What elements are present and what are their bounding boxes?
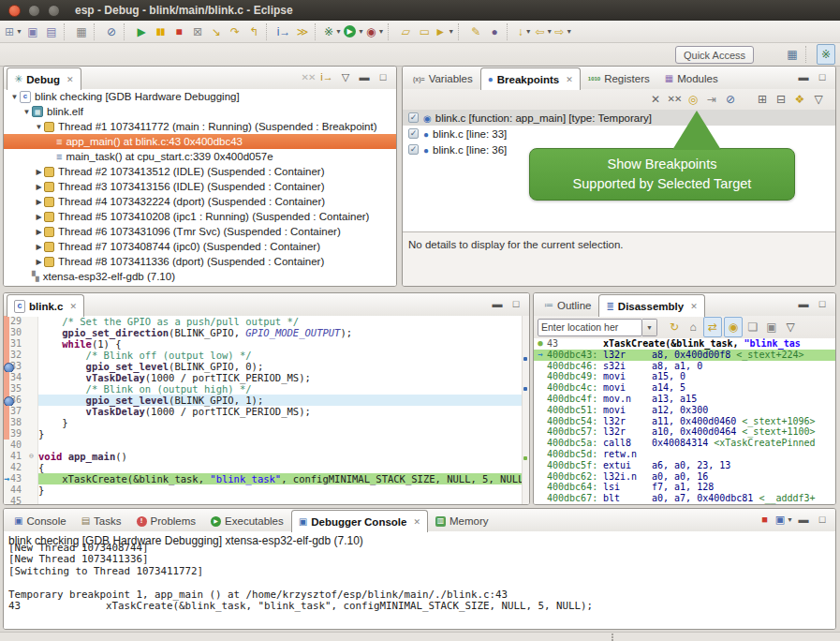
code-editor[interactable]: 29 /* Set the GPIO as a push/pull output… [4,316,529,504]
dropdown-arrow-icon[interactable]: ▼ [546,28,553,35]
editor-gutter[interactable]: 35 [4,383,38,395]
tab-debugger-console[interactable]: ▣Debugger Console✕ [291,510,428,532]
disassembly-row[interactable]: →400dbc43:l32ra8, 0x400d00f8 <_stext+224… [534,350,835,361]
breakpoint-dot-icon[interactable] [4,363,14,373]
tree-expander-icon[interactable]: ▶ [34,228,44,236]
breakpoint-checkbox[interactable]: ✓ [408,128,419,139]
location-dropdown-icon[interactable]: ▼ [642,319,657,336]
forward-button[interactable]: ⇨▼ [554,22,572,41]
maximize-button[interactable]: □ [508,295,524,314]
disassembly-row[interactable]: 400dbc5f:extuia6, a0, 23, 13 [534,460,835,471]
new-wizard-button[interactable]: ⊞▼ [5,22,22,41]
breakpoint-row[interactable]: ✓◉blink.c [function: app_main] [type: Te… [403,110,835,126]
toggle-annotations-button[interactable]: ● [486,22,503,41]
dropdown-arrow-icon[interactable]: ▼ [377,28,384,35]
tree-expander-icon[interactable]: ▼ [22,108,32,116]
debug-launch-tree[interactable]: ▼cblink checking [GDB Hardware Debugging… [4,89,396,286]
home-button[interactable]: ⌂ [685,318,701,336]
step-return-button[interactable]: ↰ [245,22,262,41]
disassembly-listing[interactable]: ●43xTaskCreate(&blink_task, "blink_tas→4… [534,338,835,504]
close-tab-icon[interactable]: ✕ [690,302,698,311]
refresh-button[interactable]: ↻ [666,318,683,336]
remove-selected-breakpoints-button[interactable]: ✕ [647,90,664,109]
tree-expander-icon[interactable]: ▶ [34,258,44,266]
disassembly-row[interactable]: 400dbc64:lsif7, a1, 128 [534,482,835,493]
tree-expander-icon[interactable]: ▼ [9,93,20,101]
debug-tree-item[interactable]: ▶Thread #8 1073411336 (dport) (Suspended… [4,254,396,269]
editor-gutter[interactable]: 38 [4,417,38,428]
tab-modules[interactable]: ▦Modules [657,67,726,89]
fold-marker-icon[interactable]: ⊖ [29,451,37,462]
debug-tree-item[interactable]: ▶Thread #3 1073413156 (IDLE) (Suspended … [4,179,396,194]
resume-button[interactable]: ▶ [133,22,150,41]
expand-all-button[interactable]: ⊞ [754,90,771,109]
dropdown-arrow-icon[interactable]: ▼ [448,28,454,35]
minimize-button[interactable]: ▬ [795,68,812,87]
debug-tree-item[interactable]: ▼Thread #1 1073411772 (main : Running) (… [4,119,396,134]
dropdown-arrow-icon[interactable]: ▼ [525,28,532,35]
dropdown-arrow-icon[interactable]: ▼ [358,28,364,35]
disassembly-row[interactable]: 400dbc57:l32ra10, 0x400d0464 <_stext+110… [534,426,835,438]
debug-tree-item[interactable]: ▚xtensa-esp32-elf-gdb (7.10) [4,269,396,284]
step-over-button[interactable]: ↷ [227,22,243,41]
disassembly-row[interactable]: 400dbc67:blta0, a7, 0x400dbc81 <__adddf3… [534,493,835,504]
editor-gutter[interactable]: 45 [4,496,38,504]
open-resource-button[interactable]: ▭ [416,22,433,41]
editor-gutter[interactable]: 29 [4,316,38,327]
build-binaries-button[interactable]: ▦ [73,22,90,41]
skip-all-breakpoints-button[interactable]: ⊘ [103,22,120,41]
debug-perspective-button[interactable]: ※ [817,44,835,65]
open-element-button[interactable]: ▱ [397,22,414,41]
dropdown-arrow-icon[interactable]: ▼ [335,28,342,35]
editor-gutter[interactable]: 33 [4,361,38,372]
console-output-area[interactable]: blink checking [GDB Hardware Debugging] … [4,531,835,629]
tree-expander-icon[interactable]: ▶ [34,168,44,176]
quick-access-button[interactable]: Quick Access [675,46,754,64]
tab-variables[interactable]: (x)=Variables [405,67,480,89]
view-menu-button[interactable]: ▽ [337,68,354,87]
tab-blink-c[interactable]: cblink.c✕ [7,294,84,317]
debug-tree-item[interactable]: ▼▦blink.elf [4,104,396,119]
profile-button[interactable]: ◉▼ [366,22,384,41]
open-new-view-button[interactable]: ▣ [763,318,780,336]
tree-expander-icon[interactable]: ▶ [34,198,44,206]
tree-expander-icon[interactable]: ▶ [34,213,44,221]
disassembly-row[interactable]: 400dbc51:movia12, 0x300 [534,405,835,416]
maximize-button[interactable]: □ [814,511,831,529]
step-into-button[interactable]: ↘ [208,22,225,41]
tab-executables[interactable]: ▶Executables [203,510,291,531]
minimize-button[interactable]: ▬ [795,511,812,529]
instruction-stepping-mode-button[interactable]: i→ [318,68,335,87]
display-selected-console-button[interactable]: ▣▼ [775,511,793,529]
disassembly-row[interactable]: 400dbc5d:retw.n [534,449,835,460]
remove-all-breakpoints-button[interactable]: ✕✕ [666,90,683,109]
suspend-button[interactable]: ▮▮ [152,22,169,41]
breakpoint-row[interactable]: ✓●blink.c [line: 33] [403,126,835,142]
new-view-button[interactable]: ❏ [744,318,761,336]
editor-gutter[interactable]: 37 [4,406,38,417]
debug-tree-item[interactable]: ▶Thread #6 1073431096 (Tmr Svc) (Suspend… [4,224,396,239]
tab-problems[interactable]: !Problems [129,510,204,531]
dropdown-arrow-icon[interactable]: ▼ [16,28,22,35]
window-maximize-button[interactable] [48,5,60,17]
tab-breakpoints[interactable]: ●Breakpoints✕ [480,67,581,90]
use-step-filters-button[interactable]: ≫ [294,22,311,41]
last-edit-location-button[interactable]: ↓▼ [516,22,533,41]
launch-button[interactable]: ►▼ [435,22,454,41]
disassembly-row[interactable]: 400dbc49:movia15, 0 [534,371,835,382]
terminate-button[interactable]: ■ [170,22,187,41]
debug-tree-item[interactable]: ▶Thread #4 1073432224 (dport) (Suspended… [4,194,396,209]
close-tab-icon[interactable]: ✕ [66,75,74,84]
remove-all-terminated-button[interactable]: ✕✕ [300,68,317,87]
terminate-button[interactable]: ■ [757,511,774,529]
mark-occurrences-button[interactable]: ✎ [467,22,484,41]
breakpoint-checkbox[interactable]: ✓ [408,144,419,155]
back-button[interactable]: ⇦▼ [535,22,553,41]
sync-with-selection-button[interactable]: ⇄ [703,317,722,337]
editor-gutter[interactable]: 32 [4,350,38,361]
editor-gutter[interactable]: 40 [4,440,38,451]
debug-tree-item[interactable]: ▶Thread #5 1073410208 (ipc1 : Running) (… [4,209,396,224]
disassembly-row[interactable]: 400dbc5a:call80x40084314 <xTaskCreatePin… [534,438,835,449]
tab-registers[interactable]: 1010Registers [581,67,657,89]
group-by-button[interactable]: ❖ [791,90,808,109]
